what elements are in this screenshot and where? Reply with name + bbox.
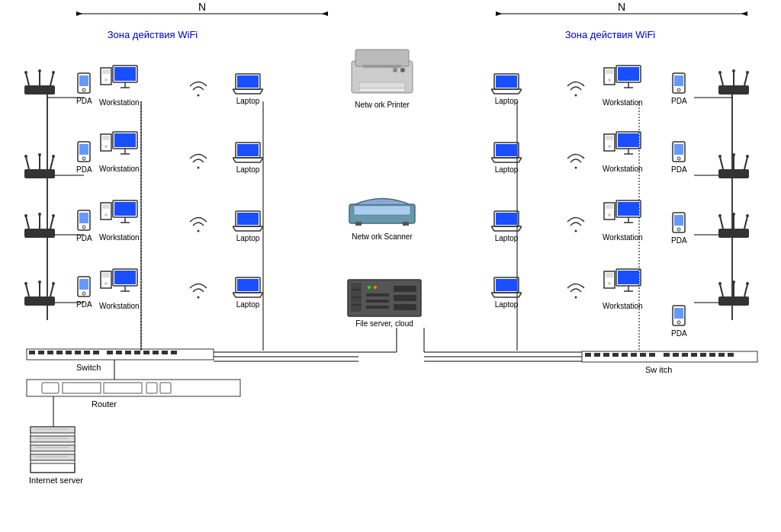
- svg-rect-205: [718, 229, 749, 238]
- svg-point-125: [82, 292, 85, 295]
- svg-rect-189: [394, 295, 416, 301]
- svg-line-199: [720, 157, 723, 169]
- left-laptop-4-label: Laptop: [236, 300, 260, 309]
- svg-rect-22: [66, 351, 72, 354]
- right-workstation-3-label: Workstation: [603, 233, 643, 242]
- svg-rect-186: [366, 300, 389, 303]
- svg-rect-30: [143, 351, 149, 354]
- svg-line-193: [744, 73, 747, 85]
- svg-point-242: [608, 282, 611, 285]
- svg-rect-39: [63, 383, 101, 393]
- right-pda-3: PDA: [671, 212, 687, 245]
- svg-point-112: [24, 282, 27, 285]
- svg-point-203: [718, 155, 722, 158]
- svg-point-172: [393, 68, 397, 72]
- svg-rect-19: [38, 351, 44, 354]
- svg-rect-17: [27, 349, 214, 360]
- svg-marker-1: [76, 11, 82, 16]
- file-server-label: File server, cloud: [355, 319, 413, 328]
- svg-line-214: [744, 284, 747, 296]
- svg-rect-190: [394, 304, 416, 310]
- svg-rect-67: [673, 353, 679, 357]
- svg-rect-64: [640, 353, 646, 357]
- svg-point-259: [575, 95, 577, 97]
- svg-point-262: [575, 296, 577, 299]
- left-laptop-1-label: Laptop: [236, 97, 260, 105]
- svg-line-207: [744, 216, 747, 229]
- svg-line-109: [50, 284, 53, 296]
- left-wifi-4: [187, 278, 210, 303]
- left-wifi-1: [187, 76, 210, 101]
- svg-point-228: [608, 145, 611, 148]
- svg-rect-28: [125, 351, 131, 354]
- right-router-4: [717, 280, 750, 309]
- svg-line-108: [26, 284, 29, 296]
- svg-rect-115: [79, 75, 88, 86]
- svg-rect-124: [79, 279, 88, 290]
- svg-rect-264: [496, 75, 517, 88]
- svg-point-97: [38, 153, 41, 156]
- right-pda-2-label: PDA: [671, 165, 687, 174]
- svg-rect-159: [237, 75, 259, 88]
- left-workstation-1-label: Workstation: [99, 98, 140, 107]
- svg-rect-63: [631, 353, 637, 357]
- left-pda-3-label: PDA: [76, 234, 92, 242]
- svg-rect-121: [79, 213, 88, 223]
- svg-point-202: [732, 153, 735, 156]
- svg-line-101: [26, 216, 29, 229]
- internet-server-label: Internet server: [29, 476, 83, 485]
- left-laptop-3: Laptop: [233, 210, 263, 242]
- left-pda-2: PDA: [76, 141, 92, 174]
- svg-point-209: [732, 213, 735, 216]
- svg-marker-6: [741, 11, 747, 16]
- svg-point-142: [104, 213, 108, 216]
- svg-point-91: [24, 71, 27, 74]
- right-workstation-2: Workstation: [603, 131, 643, 173]
- left-workstation-3: Workstation: [99, 200, 140, 242]
- right-pda-2: PDA: [671, 141, 687, 174]
- svg-rect-32: [162, 351, 168, 354]
- right-laptop-2: Laptop: [491, 141, 522, 174]
- svg-point-196: [718, 71, 722, 74]
- svg-point-116: [82, 88, 85, 91]
- svg-point-128: [104, 79, 108, 82]
- svg-point-90: [38, 69, 41, 72]
- svg-point-204: [746, 155, 749, 158]
- left-laptop-3-label: Laptop: [236, 234, 260, 242]
- svg-point-249: [677, 88, 680, 91]
- svg-rect-18: [29, 351, 35, 354]
- svg-rect-182: [351, 306, 362, 312]
- svg-rect-47: [31, 436, 75, 442]
- svg-point-113: [52, 282, 55, 285]
- svg-point-122: [82, 226, 85, 229]
- svg-rect-46: [31, 427, 75, 433]
- svg-rect-130: [114, 67, 136, 81]
- right-switch-label: Sw itch: [645, 365, 672, 374]
- left-router-2: [23, 152, 56, 181]
- right-router-2: [717, 152, 750, 181]
- left-laptop-2: Laptop: [233, 141, 263, 174]
- left-workstation-1: Workstation: [99, 65, 140, 107]
- svg-rect-59: [594, 353, 600, 357]
- svg-point-184: [374, 286, 377, 289]
- svg-text:N: N: [618, 1, 625, 13]
- right-laptop-4: Laptop: [491, 276, 522, 309]
- left-zone-label: Зона действия WiFi: [76, 29, 229, 40]
- svg-rect-65: [649, 353, 655, 357]
- svg-rect-27: [116, 351, 122, 354]
- svg-rect-257: [674, 308, 683, 319]
- left-pda-3: PDA: [76, 210, 92, 242]
- svg-point-235: [608, 213, 611, 216]
- svg-point-157: [198, 296, 200, 299]
- svg-rect-230: [618, 133, 639, 147]
- svg-rect-33: [171, 351, 177, 354]
- network-printer: Netw ork Printer: [348, 46, 416, 109]
- svg-rect-268: [496, 213, 517, 225]
- svg-point-111: [38, 280, 41, 284]
- svg-point-183: [368, 286, 371, 289]
- svg-rect-241: [606, 273, 613, 277]
- right-wifi-1: [564, 76, 587, 101]
- svg-line-87: [26, 73, 29, 85]
- svg-line-88: [50, 73, 53, 85]
- svg-point-197: [746, 71, 749, 74]
